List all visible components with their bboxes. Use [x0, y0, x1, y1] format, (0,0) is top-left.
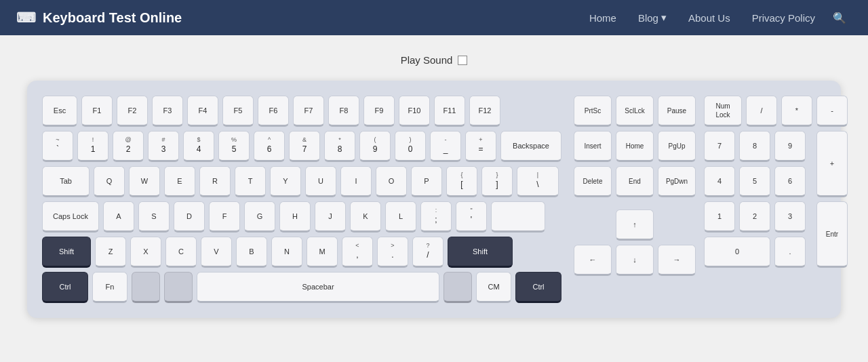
- key-home[interactable]: Home: [616, 131, 654, 162]
- key-numlock[interactable]: NumLock: [704, 96, 742, 127]
- key-7[interactable]: &7: [289, 131, 320, 162]
- key-fn[interactable]: Fn: [92, 272, 127, 303]
- key-b[interactable]: B: [236, 237, 267, 268]
- key-num-3[interactable]: 3: [774, 201, 806, 233]
- key-num-1[interactable]: 1: [704, 201, 735, 233]
- nav-about[interactable]: About Us: [679, 7, 740, 29]
- key-num-6[interactable]: 6: [774, 166, 806, 197]
- nav-home[interactable]: Home: [580, 7, 626, 29]
- key-num-slash[interactable]: /: [746, 96, 777, 127]
- key-2[interactable]: @2: [113, 131, 144, 162]
- key-delete[interactable]: Delete: [574, 166, 612, 197]
- key-f11[interactable]: F11: [434, 96, 465, 127]
- key-prtsc[interactable]: PrtSc: [574, 96, 612, 127]
- key-arrow-left[interactable]: ←: [574, 245, 612, 276]
- key-backslash[interactable]: |\: [517, 166, 559, 197]
- key-c[interactable]: C: [165, 237, 197, 268]
- key-backtick[interactable]: ~`: [42, 131, 73, 162]
- key-h[interactable]: H: [279, 201, 311, 233]
- key-enter[interactable]: [491, 201, 545, 233]
- key-k[interactable]: K: [350, 201, 381, 233]
- key-f9[interactable]: F9: [363, 96, 395, 127]
- key-y[interactable]: Y: [270, 166, 301, 197]
- key-capslock[interactable]: Caps Lock: [42, 201, 99, 233]
- key-num-plus[interactable]: +: [816, 131, 848, 197]
- key-period[interactable]: >.: [377, 237, 408, 268]
- key-f[interactable]: F: [209, 201, 240, 233]
- key-num-4[interactable]: 4: [704, 166, 735, 197]
- key-shift-left[interactable]: Shift: [42, 237, 91, 268]
- nav-blog[interactable]: Blog ▾: [629, 6, 676, 29]
- key-f1[interactable]: F1: [81, 96, 113, 127]
- key-3[interactable]: #3: [148, 131, 179, 162]
- key-0[interactable]: )0: [395, 131, 426, 162]
- key-f2[interactable]: F2: [117, 96, 148, 127]
- key-t[interactable]: T: [235, 166, 266, 197]
- key-backspace[interactable]: Backspace: [500, 131, 561, 162]
- key-f3[interactable]: F3: [152, 96, 183, 127]
- key-num-0[interactable]: 0: [704, 237, 770, 268]
- key-num-enter[interactable]: Entr: [816, 201, 848, 268]
- key-8[interactable]: *8: [324, 131, 355, 162]
- key-num-7[interactable]: 7: [704, 131, 735, 162]
- key-tab[interactable]: Tab: [42, 166, 90, 197]
- key-5[interactable]: %5: [218, 131, 250, 162]
- key-w[interactable]: W: [129, 166, 160, 197]
- key-ctrl-left[interactable]: Ctrl: [42, 272, 88, 303]
- key-semicolon[interactable]: :;: [420, 201, 452, 233]
- key-quote[interactable]: "': [456, 201, 487, 233]
- key-z[interactable]: Z: [95, 237, 126, 268]
- key-1[interactable]: !1: [77, 131, 108, 162]
- key-end[interactable]: End: [616, 166, 654, 197]
- key-q[interactable]: Q: [94, 166, 125, 197]
- key-win-left[interactable]: [132, 272, 160, 303]
- key-pause[interactable]: Pause: [658, 96, 696, 127]
- key-insert[interactable]: Insert: [574, 131, 612, 162]
- key-num-star[interactable]: *: [781, 96, 812, 127]
- key-x[interactable]: X: [130, 237, 161, 268]
- key-pgdwn[interactable]: PgDwn: [658, 166, 696, 197]
- key-rbracket[interactable]: }]: [481, 166, 513, 197]
- key-e[interactable]: E: [164, 166, 195, 197]
- key-scllck[interactable]: SclLck: [616, 96, 654, 127]
- key-num-2[interactable]: 2: [739, 201, 770, 233]
- key-arrow-up[interactable]: ↑: [616, 209, 654, 241]
- key-alt-left[interactable]: [164, 272, 193, 303]
- key-m[interactable]: M: [307, 237, 338, 268]
- key-v[interactable]: V: [201, 237, 232, 268]
- key-pgup[interactable]: PgUp: [658, 131, 696, 162]
- key-n[interactable]: N: [271, 237, 302, 268]
- key-d[interactable]: D: [174, 201, 205, 233]
- key-num-9[interactable]: 9: [774, 131, 806, 162]
- key-comma[interactable]: <,: [342, 237, 373, 268]
- key-6[interactable]: ^6: [254, 131, 285, 162]
- key-arrow-down[interactable]: ↓: [616, 245, 654, 276]
- key-esc[interactable]: Esc: [42, 96, 77, 127]
- key-num-minus[interactable]: -: [816, 96, 848, 127]
- key-num-5[interactable]: 5: [739, 166, 770, 197]
- key-l[interactable]: L: [385, 201, 416, 233]
- key-i[interactable]: I: [340, 166, 372, 197]
- key-shift-right[interactable]: Shift: [448, 237, 513, 268]
- key-f5[interactable]: F5: [222, 96, 254, 127]
- key-p[interactable]: P: [411, 166, 442, 197]
- brand-link[interactable]: ⌨ Keyboard Test Online: [16, 9, 182, 26]
- key-slash[interactable]: ?/: [412, 237, 443, 268]
- key-num-8[interactable]: 8: [739, 131, 770, 162]
- key-f6[interactable]: F6: [258, 96, 289, 127]
- key-u[interactable]: U: [305, 166, 336, 197]
- key-f8[interactable]: F8: [328, 96, 359, 127]
- key-f7[interactable]: F7: [293, 96, 324, 127]
- key-ctrl-right[interactable]: Ctrl: [515, 272, 561, 303]
- nav-privacy[interactable]: Privacy Policy: [743, 7, 825, 29]
- key-alt-right[interactable]: [443, 272, 472, 303]
- key-9[interactable]: (9: [359, 131, 391, 162]
- key-lbracket[interactable]: {[: [446, 166, 477, 197]
- key-equals[interactable]: +=: [465, 131, 496, 162]
- key-f10[interactable]: F10: [399, 96, 430, 127]
- key-4[interactable]: $4: [183, 131, 214, 162]
- key-minus[interactable]: -_: [430, 131, 461, 162]
- key-r[interactable]: R: [199, 166, 231, 197]
- key-o[interactable]: O: [376, 166, 407, 197]
- key-j[interactable]: J: [315, 201, 346, 233]
